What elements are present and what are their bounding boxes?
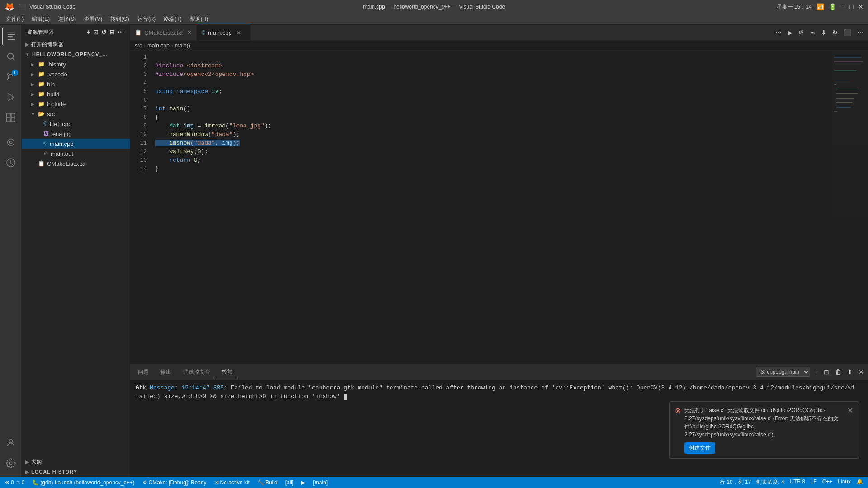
panel-tab-terminal[interactable]: 终端 [217,366,238,378]
activity-account[interactable] [2,434,20,452]
tree-item-history[interactable]: ▶ 📁 .history [22,59,130,69]
panel-tab-problems[interactable]: 问题 [132,366,154,378]
breadcrumb-file[interactable]: main.cpp [147,42,170,49]
code-content[interactable]: #include <iostream> #include<opencv2/ope… [151,51,832,364]
tree-item-file1[interactable]: © file1.cpp [22,119,130,129]
tree-item-build[interactable]: ▶ 📁 build [22,89,130,99]
tree-item-main-out[interactable]: ⚙ main.out [22,149,130,159]
svg-rect-10 [11,118,14,122]
project-header[interactable]: ▼ HELLOWORLD_OPENCV_... [22,49,130,59]
menu-select[interactable]: 选择(S) [54,14,80,24]
new-folder-icon[interactable]: ⊡ [93,28,99,36]
tab-cmake-icon: 📋 [135,29,142,36]
stop-btn[interactable]: ⬛ [841,28,854,37]
breadcrumb-src[interactable]: src [135,42,142,49]
error-close-btn[interactable]: ✕ [847,406,853,454]
maximize-btn[interactable]: □ [850,3,854,10]
tree-item-include[interactable]: ▶ 📁 include [22,99,130,109]
activity-extensions[interactable] [2,108,20,127]
delete-terminal-btn[interactable]: 🗑 [833,367,843,376]
status-line-ending[interactable]: LF [808,479,820,485]
collapse-icon[interactable]: ⊟ [109,28,115,36]
status-build[interactable]: 🔨 Build [255,477,280,488]
status-main[interactable]: [main] [310,477,330,488]
tree-item-main-cpp[interactable]: © main.cpp [22,139,130,149]
close-btn[interactable]: ✕ [858,3,863,10]
status-encoding[interactable]: UTF-8 [787,479,808,485]
menu-run[interactable]: 运行(R) [134,14,160,24]
debug-icon: 🐛 [32,479,39,486]
continue-btn[interactable]: ↻ [830,28,840,37]
menu-terminal[interactable]: 终端(T) [160,14,185,24]
panel-toolbar: 3: cppdbg: main + ⊟ 🗑 ⬆ ✕ [756,367,866,377]
status-no-kit[interactable]: ⊠ No active kit [212,477,252,488]
status-cmake[interactable]: ⚙ CMake: [Debug]: Ready [140,477,209,488]
panel-tab-output[interactable]: 输出 [155,366,177,378]
status-language[interactable]: C++ [820,479,835,485]
error-message: 无法打开'raise.c': 无法读取文件'/build/glibc-2ORdQ… [684,407,839,438]
menu-goto[interactable]: 转到(G) [107,14,132,24]
activity-search[interactable] [2,47,20,66]
status-run[interactable]: ▶ [298,477,308,488]
create-file-button[interactable]: 创建文件 [684,442,715,454]
open-editors-header[interactable]: ▶ 打开的编辑器 [22,39,130,49]
menu-help[interactable]: 帮助(H) [186,14,212,24]
wifi-icon: 📶 [816,3,824,10]
menu-edit[interactable]: 编辑(E) [28,14,53,24]
activity-settings[interactable] [2,454,20,472]
encoding-label: UTF-8 [790,479,805,485]
status-all[interactable]: [all] [283,477,297,488]
run-debug-btn[interactable]: ▶ [785,28,795,37]
line-ending-label: LF [811,479,817,485]
panel-tab-debug[interactable]: 调试控制台 [178,366,216,378]
more-actions-btn[interactable]: ⋯ [855,28,866,37]
status-tab-size[interactable]: 制表长度: 4 [754,479,787,486]
more-icon[interactable]: ⋯ [118,28,124,36]
tab-cmake-close[interactable]: ✕ [187,29,192,36]
tree-item-bin[interactable]: ▶ 📁 bin [22,79,130,89]
activity-run[interactable] [2,88,20,106]
activity-git2[interactable] [2,154,20,172]
local-history-header[interactable]: ▶ LOCAL HISTORY [22,467,130,477]
status-platform[interactable]: Linux [835,479,854,485]
maximize-panel-btn[interactable]: ⬆ [845,367,854,376]
tree-item-vscode[interactable]: ▶ 📁 .vscode [22,69,130,79]
project-arrow: ▼ [25,52,30,57]
tree-item-src[interactable]: ▼ 📂 src [22,109,130,119]
panel-tabs: 问题 输出 调试控制台 终端 3: cppdbg: main + ⊟ 🗑 ⬆ ✕ [130,364,868,380]
minimize-btn[interactable]: ─ [841,3,845,10]
activity-camera[interactable] [2,133,20,151]
status-line-col[interactable]: 行 10，列 17 [717,479,754,486]
new-file-icon[interactable]: + [87,28,91,36]
build-icon: 🔨 [257,479,264,486]
refresh-icon[interactable]: ↺ [101,28,107,36]
svg-marker-5 [8,94,14,101]
tree-item-cmake[interactable]: 📋 CMakeLists.txt [22,159,130,169]
activity-explorer[interactable] [2,27,20,45]
step-into-btn[interactable]: ⬇ [819,28,829,37]
status-errors[interactable]: ⊗ 0 ⚠ 0 [2,477,27,488]
tab-main-close[interactable]: ✕ [236,30,241,36]
terminal-selector[interactable]: 3: cppdbg: main [756,367,810,377]
breadcrumb-symbol[interactable]: main() [175,42,190,49]
tree-item-lena[interactable]: 🖼 lena.jpg [22,129,130,139]
close-panel-btn[interactable]: ✕ [857,367,866,376]
cpp-icon: © [43,121,47,127]
menu-view[interactable]: 查看(V) [80,14,106,24]
file-tree: ▶ 📁 .history ▶ 📁 .vscode ▶ 📁 bin ▶ 📁 bui… [22,59,130,169]
error-count-icon: ⊗ [5,479,9,486]
activity-git[interactable]: 1 [2,68,20,86]
split-terminal-btn[interactable]: ⊟ [822,367,831,376]
outline-header[interactable]: ▶ 大纲 [22,457,130,467]
split-editor-btn[interactable]: ⋯ [773,28,784,37]
run-icon: ▶ [301,479,305,486]
tab-main-cpp[interactable]: © main.cpp ✕ [197,25,251,40]
menu-file[interactable]: 文件(F) [2,14,27,24]
step-over-btn[interactable]: ⤼ [807,28,817,37]
status-notifications[interactable]: 🔔 [854,479,866,485]
local-history-arrow: ▶ [25,469,29,474]
add-terminal-btn[interactable]: + [812,367,820,376]
restart-btn[interactable]: ↺ [796,28,806,37]
status-debug[interactable]: 🐛 (gdb) Launch (helloworld_opencv_c++) [29,477,137,488]
tab-cmake[interactable]: 📋 CMakeLists.txt ✕ [130,25,197,40]
